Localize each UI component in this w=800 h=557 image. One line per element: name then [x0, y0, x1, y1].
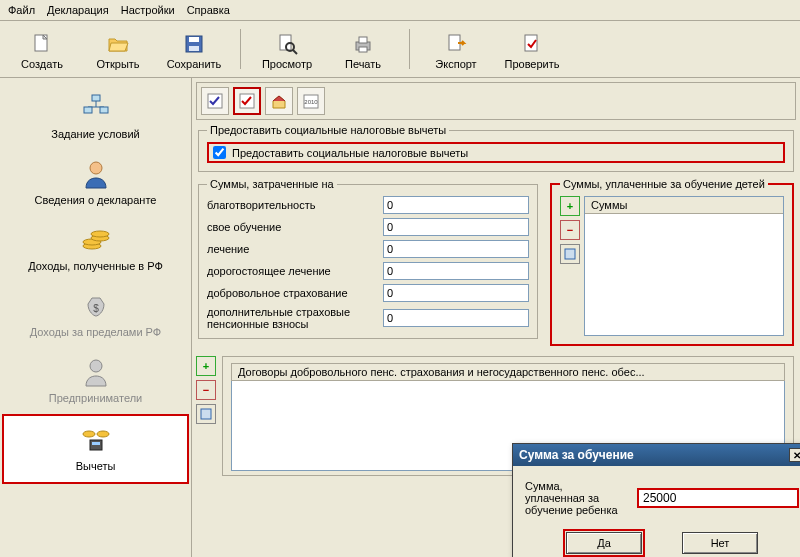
sidebar-item-income-rf[interactable]: Доходы, полученные в РФ [0, 216, 191, 282]
dialog-title-text: Сумма за обучение [519, 448, 634, 462]
svg-rect-4 [189, 46, 199, 51]
svg-rect-9 [359, 37, 367, 43]
svg-rect-33 [565, 249, 575, 259]
charity-input[interactable] [383, 196, 529, 214]
red-check-icon [238, 92, 256, 110]
remove-education-button[interactable]: − [560, 220, 580, 240]
edit-contract-button[interactable] [196, 404, 216, 424]
sidebar: Задание условий Сведения о декларанте До… [0, 78, 192, 557]
education-children-group: Суммы, уплаченные за обучение детей + − … [550, 178, 794, 346]
preview-button[interactable]: Просмотр [251, 25, 323, 73]
svg-rect-12 [525, 35, 537, 51]
social-legend: Предоставить социальные налоговые вычеты [207, 124, 449, 136]
person-icon [80, 158, 112, 190]
social-checkbox-row: Предоставить социальные налоговые вычеты [207, 142, 785, 163]
money-bag-icon: $ [80, 290, 112, 322]
coins-icon [80, 224, 112, 256]
dialog-titlebar: Сумма за обучение ✕ [513, 444, 800, 466]
save-button[interactable]: Сохранить [158, 25, 230, 73]
social-group: Предоставить социальные налоговые вычеты… [198, 124, 794, 172]
svg-point-22 [91, 231, 109, 237]
conditions-icon [80, 92, 112, 124]
dialog-close-button[interactable]: ✕ [789, 448, 800, 462]
education-amount-dialog: Сумма за обучение ✕ Сумма, уплаченная за… [512, 443, 800, 557]
spent-row-voluntary-insurance: добровольное страхование [207, 284, 529, 302]
open-folder-icon [106, 32, 130, 56]
create-button[interactable]: Создать [6, 25, 78, 73]
spent-legend: Суммы, затраченные на [207, 178, 337, 190]
svg-text:2010: 2010 [304, 99, 318, 105]
check-button[interactable]: Проверить [496, 25, 568, 73]
dialog-cancel-button[interactable]: Нет [682, 532, 758, 554]
social-deductions-tab[interactable] [233, 87, 261, 115]
svg-point-25 [83, 431, 95, 437]
sidebar-item-conditions[interactable]: Задание условий [0, 84, 191, 150]
spent-row-pension-contrib: дополнительные страховые пенсионные взно… [207, 306, 529, 330]
edit-education-button[interactable] [560, 244, 580, 264]
svg-point-18 [90, 162, 102, 174]
year-deductions-tab[interactable]: 2010 [297, 87, 325, 115]
svg-rect-28 [92, 442, 100, 445]
new-document-icon [30, 32, 54, 56]
menu-file[interactable]: Файл [8, 4, 35, 16]
entrepreneur-icon [80, 356, 112, 388]
menu-settings[interactable]: Настройки [121, 4, 175, 16]
checklist-icon [206, 92, 224, 110]
menu-help[interactable]: Справка [187, 4, 230, 16]
check-document-icon [520, 32, 544, 56]
standard-deductions-tab[interactable] [201, 87, 229, 115]
main-toolbar: Создать Открыть Сохранить Просмотр Печат… [0, 21, 800, 78]
svg-rect-34 [201, 409, 211, 419]
export-button[interactable]: Экспорт [420, 25, 492, 73]
svg-point-24 [90, 360, 102, 372]
edit-icon [564, 248, 576, 260]
house-icon [270, 92, 288, 110]
deductions-icon [80, 424, 112, 456]
education-list-header: Суммы [585, 197, 783, 214]
add-contract-button[interactable]: + [196, 356, 216, 376]
svg-rect-16 [84, 107, 92, 113]
remove-contract-button[interactable]: − [196, 380, 216, 400]
menubar: Файл Декларация Настройки Справка [0, 0, 800, 21]
spent-row-treatment: лечение [207, 240, 529, 258]
svg-rect-10 [359, 47, 367, 52]
sidebar-item-income-abroad[interactable]: $ Доходы за пределами РФ [0, 282, 191, 348]
own-education-input[interactable] [383, 218, 529, 236]
education-children-legend: Суммы, уплаченные за обучение детей [560, 178, 768, 190]
calendar-year-icon: 2010 [302, 92, 320, 110]
svg-text:$: $ [93, 303, 99, 314]
svg-rect-3 [189, 37, 199, 42]
spent-group: Суммы, затраченные на благотворительност… [198, 178, 538, 339]
printer-icon [351, 32, 375, 56]
open-button[interactable]: Открыть [82, 25, 154, 73]
treatment-input[interactable] [383, 240, 529, 258]
export-icon [444, 32, 468, 56]
menu-declaration[interactable]: Декларация [47, 4, 109, 16]
spent-row-own-education: свое обучение [207, 218, 529, 236]
magnifier-icon [275, 32, 299, 56]
expensive-treatment-input[interactable] [383, 262, 529, 280]
social-checkbox-label: Предоставить социальные налоговые вычеты [232, 147, 468, 159]
dialog-ok-button[interactable]: Да [566, 532, 642, 554]
svg-rect-13 [92, 95, 100, 101]
print-button[interactable]: Печать [327, 25, 399, 73]
edit-icon [200, 408, 212, 420]
contracts-header: Договоры добровольного пенс. страхования… [231, 363, 785, 381]
sidebar-item-declarant[interactable]: Сведения о декларанте [0, 150, 191, 216]
spent-row-expensive-treatment: дорогостоящее лечение [207, 262, 529, 280]
content-area: 2010 Предоставить социальные налоговые в… [192, 78, 800, 557]
dialog-label: Сумма, уплаченная за обучение ребенка [525, 480, 625, 516]
dialog-amount-input[interactable] [637, 488, 799, 508]
sidebar-item-entrepreneurs[interactable]: Предприниматели [0, 348, 191, 414]
svg-rect-17 [100, 107, 108, 113]
add-education-button[interactable]: + [560, 196, 580, 216]
social-checkbox[interactable] [213, 146, 226, 159]
sidebar-item-deductions[interactable]: Вычеты [2, 414, 189, 484]
svg-point-26 [97, 431, 109, 437]
pension-contrib-input[interactable] [383, 309, 529, 327]
voluntary-insurance-input[interactable] [383, 284, 529, 302]
deductions-toolbar: 2010 [196, 82, 796, 120]
education-list[interactable]: Суммы [584, 196, 784, 336]
property-deductions-tab[interactable] [265, 87, 293, 115]
svg-line-7 [293, 50, 297, 54]
